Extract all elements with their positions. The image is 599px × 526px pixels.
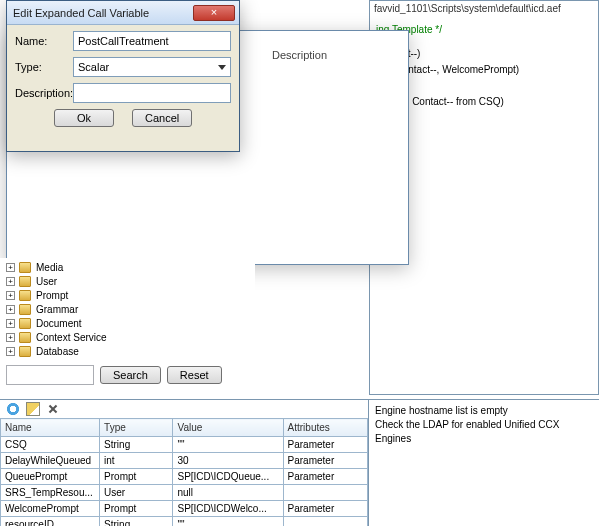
table-cell: "" bbox=[173, 517, 283, 527]
tree-item-label: Grammar bbox=[36, 304, 78, 315]
table-cell: User bbox=[100, 485, 173, 501]
table-cell: int bbox=[100, 453, 173, 469]
new-variable-icon[interactable] bbox=[6, 402, 20, 416]
folder-icon bbox=[19, 346, 31, 357]
search-input[interactable] bbox=[6, 365, 94, 385]
variables-toolbar bbox=[0, 400, 368, 418]
tree-item[interactable]: +Context Service bbox=[6, 330, 255, 344]
delete-variable-icon[interactable] bbox=[46, 402, 60, 416]
tree-item[interactable]: +User bbox=[6, 274, 255, 288]
table-cell: resourceID bbox=[1, 517, 100, 527]
table-cell: Parameter bbox=[283, 501, 367, 517]
edit-expanded-call-variable-dialog: Edit Expanded Call Variable × Name: Type… bbox=[6, 0, 240, 152]
col-name[interactable]: Name bbox=[1, 419, 100, 437]
table-cell: String bbox=[100, 517, 173, 527]
table-cell: Parameter bbox=[283, 453, 367, 469]
search-button[interactable]: Search bbox=[100, 366, 161, 384]
description-label: Description: bbox=[15, 87, 73, 99]
table-row[interactable]: SRS_TempResou...Usernull bbox=[1, 485, 368, 501]
close-icon[interactable]: × bbox=[193, 5, 235, 21]
tree-item[interactable]: +Media bbox=[6, 260, 255, 274]
table-row[interactable]: WelcomePromptPromptSP[ICD\ICDWelco...Par… bbox=[1, 501, 368, 517]
type-select[interactable]: Scalar bbox=[73, 57, 231, 77]
table-cell bbox=[283, 517, 367, 527]
folder-icon bbox=[19, 332, 31, 343]
table-cell: CSQ bbox=[1, 437, 100, 453]
variables-table[interactable]: Name Type Value Attributes CSQString""Pa… bbox=[0, 418, 368, 526]
type-select-value: Scalar bbox=[78, 61, 109, 73]
table-cell: String bbox=[100, 437, 173, 453]
reset-button[interactable]: Reset bbox=[167, 366, 222, 384]
cancel-button[interactable]: Cancel bbox=[132, 109, 192, 127]
type-label: Type: bbox=[15, 61, 73, 73]
tree-item-label: Context Service bbox=[36, 332, 107, 343]
tree-item[interactable]: +Grammar bbox=[6, 302, 255, 316]
table-row[interactable]: DelayWhileQueuedint30Parameter bbox=[1, 453, 368, 469]
table-row[interactable]: resourceIDString"" bbox=[1, 517, 368, 527]
folder-icon bbox=[19, 262, 31, 273]
expand-icon[interactable]: + bbox=[6, 333, 15, 342]
col-value[interactable]: Value bbox=[173, 419, 283, 437]
expand-icon[interactable]: + bbox=[6, 319, 15, 328]
table-cell: DelayWhileQueued bbox=[1, 453, 100, 469]
messages-panel: Engine hostname list is empty Check the … bbox=[369, 400, 599, 526]
table-cell: SP[ICD\ICDWelco... bbox=[173, 501, 283, 517]
variables-panel: Name Type Value Attributes CSQString""Pa… bbox=[0, 400, 369, 526]
name-field[interactable] bbox=[73, 31, 231, 51]
name-label: Name: bbox=[15, 35, 73, 47]
folder-icon bbox=[19, 276, 31, 287]
table-cell: Prompt bbox=[100, 469, 173, 485]
col-type[interactable]: Type bbox=[100, 419, 173, 437]
expand-icon[interactable]: + bbox=[6, 291, 15, 300]
edit-variable-icon[interactable] bbox=[26, 402, 40, 416]
expand-icon[interactable]: + bbox=[6, 263, 15, 272]
description-column-header: Description bbox=[272, 49, 327, 61]
folder-icon bbox=[19, 318, 31, 329]
expand-icon[interactable]: + bbox=[6, 277, 15, 286]
tree-item-label: Database bbox=[36, 346, 79, 357]
table-cell: null bbox=[173, 485, 283, 501]
tree-item[interactable]: +Document bbox=[6, 316, 255, 330]
tree-item-label: Media bbox=[36, 262, 63, 273]
tree-item-label: Prompt bbox=[36, 290, 68, 301]
description-field[interactable] bbox=[73, 83, 231, 103]
script-file-path: favvid_1101\Scripts\system\default\icd.a… bbox=[370, 1, 598, 16]
table-cell: SP[ICD\ICDQueue... bbox=[173, 469, 283, 485]
tree-item[interactable]: +Prompt bbox=[6, 288, 255, 302]
message-line: Engine hostname list is empty bbox=[375, 404, 593, 418]
folder-icon bbox=[19, 290, 31, 301]
folder-icon bbox=[19, 304, 31, 315]
table-cell: 30 bbox=[173, 453, 283, 469]
palette-tree[interactable]: +Media+User+Prompt+Grammar+Document+Cont… bbox=[0, 258, 255, 358]
tree-item-label: Document bbox=[36, 318, 82, 329]
search-bar: Search Reset bbox=[6, 360, 256, 390]
col-attributes[interactable]: Attributes bbox=[283, 419, 367, 437]
tree-item[interactable]: +Database bbox=[6, 344, 255, 358]
table-cell: SRS_TempResou... bbox=[1, 485, 100, 501]
tree-item-label: User bbox=[36, 276, 57, 287]
table-cell: Prompt bbox=[100, 501, 173, 517]
dialog-title: Edit Expanded Call Variable bbox=[13, 7, 193, 19]
table-row[interactable]: CSQString""Parameter bbox=[1, 437, 368, 453]
bottom-panel: Name Type Value Attributes CSQString""Pa… bbox=[0, 399, 599, 526]
expand-icon[interactable]: + bbox=[6, 305, 15, 314]
ok-button[interactable]: Ok bbox=[54, 109, 114, 127]
chevron-down-icon bbox=[218, 65, 226, 70]
table-row[interactable]: QueuePromptPromptSP[ICD\ICDQueue...Param… bbox=[1, 469, 368, 485]
table-cell bbox=[283, 485, 367, 501]
table-cell: Parameter bbox=[283, 469, 367, 485]
dialog-titlebar[interactable]: Edit Expanded Call Variable × bbox=[7, 1, 239, 25]
table-cell: Parameter bbox=[283, 437, 367, 453]
table-cell: "" bbox=[173, 437, 283, 453]
table-cell: QueuePrompt bbox=[1, 469, 100, 485]
expand-icon[interactable]: + bbox=[6, 347, 15, 356]
message-line: Check the LDAP for enabled Unified CCX E… bbox=[375, 418, 593, 446]
table-cell: WelcomePrompt bbox=[1, 501, 100, 517]
